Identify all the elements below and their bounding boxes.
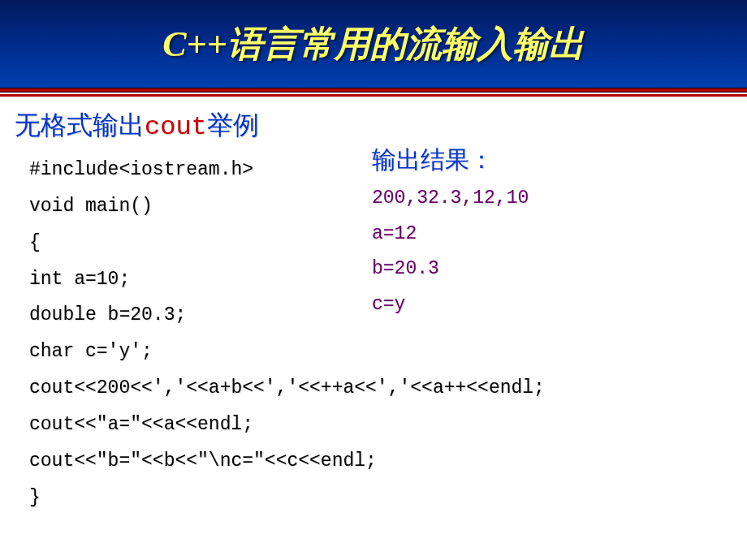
code-line: } — [29, 480, 732, 516]
slide-title: C++语言常用的流输入输出 — [162, 20, 585, 68]
output-title: 输出结果： — [372, 144, 529, 177]
output-line: 200,32.3,12,10 — [372, 181, 529, 217]
slide-content: 无格式输出cout举例 #include<iostream.h> void ma… — [0, 97, 747, 527]
code-line: cout<<200<<','<<a+b<<','<<++a<<','<<a++<… — [29, 370, 732, 407]
code-line: cout<<"b="<<b<<"\nc="<<c<<endl; — [29, 443, 732, 480]
subtitle-part1: 无格式输出 — [15, 110, 145, 140]
output-line: c=y — [372, 287, 529, 323]
subtitle-part2: cout — [145, 112, 207, 142]
slide-header: C++语言常用的流输入输出 — [0, 0, 747, 88]
divider-line-1 — [0, 88, 747, 93]
code-line: cout<<"a="<<a<<endl; — [29, 407, 732, 443]
output-line: b=20.3 — [372, 252, 529, 287]
code-line: char c='y'; — [29, 334, 732, 370]
subtitle-part3: 举例 — [207, 110, 259, 140]
section-subtitle: 无格式输出cout举例 — [15, 108, 732, 144]
output-line: a=12 — [372, 217, 529, 252]
output-section: 输出结果： 200,32.3,12,10 a=12 b=20.3 c=y — [372, 144, 529, 323]
